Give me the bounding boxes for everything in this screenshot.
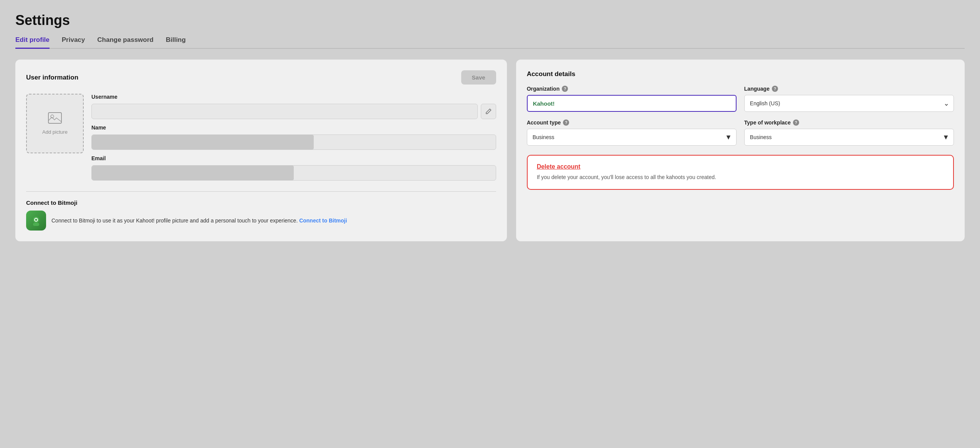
- acct-type-label-text: Account type: [527, 119, 561, 126]
- connect-bitmoji-section: Connect to Bitmoji Connect to Bitmoji to…: [26, 191, 496, 231]
- tabs-bar: Edit profile Privacy Change password Bil…: [15, 36, 965, 49]
- image-icon: [48, 112, 62, 127]
- delete-account-section: Delete account If you delete your accoun…: [527, 155, 954, 190]
- name-input-container: [91, 134, 496, 150]
- language-select-wrapper: English (US) ⌄: [744, 95, 954, 112]
- user-fields: Username Name Email: [91, 94, 496, 181]
- bitmoji-logo: [26, 211, 46, 231]
- bitmoji-logo-icon: [30, 214, 42, 227]
- card-header: User information Save: [26, 70, 496, 85]
- save-button[interactable]: Save: [461, 70, 496, 85]
- tab-billing[interactable]: Billing: [166, 36, 186, 49]
- lang-label-text: Language: [744, 86, 770, 92]
- username-row: [91, 104, 496, 119]
- account-type-help-icon[interactable]: ?: [563, 119, 569, 126]
- svg-point-4: [35, 219, 37, 221]
- bitmoji-title: Connect to Bitmoji: [26, 199, 496, 206]
- organization-help-icon[interactable]: ?: [562, 86, 568, 92]
- language-field: Language ? English (US) ⌄: [744, 86, 954, 112]
- workplace-field: Type of workplace ? Business ▼: [744, 119, 954, 146]
- username-label: Username: [91, 94, 496, 100]
- account-details-grid: Organization ? Language ? English (US) ⌄: [527, 86, 954, 146]
- svg-rect-0: [48, 113, 61, 123]
- account-type-field: Account type ? Business ▼: [527, 119, 737, 146]
- page-title: Settings: [15, 12, 965, 28]
- account-details-title: Account details: [527, 70, 954, 78]
- pencil-icon: [485, 108, 492, 114]
- avatar-upload[interactable]: Add picture: [26, 94, 84, 153]
- organization-label: Organization ?: [527, 86, 737, 92]
- tab-change-password[interactable]: Change password: [97, 36, 153, 49]
- add-picture-label: Add picture: [42, 129, 68, 135]
- workplace-label: Type of workplace ?: [744, 119, 954, 126]
- email-input-container: [91, 165, 496, 181]
- org-label-text: Organization: [527, 86, 560, 92]
- username-edit-button[interactable]: [481, 104, 496, 119]
- bitmoji-desc-text: Connect to Bitmoji to use it as your Kah…: [51, 217, 298, 224]
- language-select[interactable]: English (US): [744, 95, 954, 112]
- delete-account-link[interactable]: Delete account: [537, 163, 944, 170]
- account-type-select[interactable]: Business: [527, 129, 737, 146]
- account-details-card: Account details Organization ? Language …: [516, 60, 965, 241]
- tab-privacy[interactable]: Privacy: [62, 36, 85, 49]
- email-label: Email: [91, 155, 496, 161]
- name-label: Name: [91, 124, 496, 131]
- user-info-body: Add picture Username Name Emai: [26, 94, 496, 181]
- organization-input[interactable]: [527, 95, 737, 112]
- content-area: User information Save Add picture Userna…: [15, 60, 965, 241]
- username-input[interactable]: [91, 104, 478, 119]
- workplace-label-text: Type of workplace: [744, 119, 791, 126]
- connect-bitmoji-link[interactable]: Connect to Bitmoji: [299, 217, 347, 224]
- account-type-label: Account type ?: [527, 119, 737, 126]
- workplace-help-icon[interactable]: ?: [793, 119, 799, 126]
- tab-edit-profile[interactable]: Edit profile: [15, 36, 50, 49]
- user-information-card: User information Save Add picture Userna…: [15, 60, 507, 241]
- account-type-select-wrapper: Business ▼: [527, 129, 737, 146]
- name-input[interactable]: [92, 135, 496, 149]
- delete-account-description: If you delete your account, you'll lose …: [537, 173, 944, 181]
- language-help-icon[interactable]: ?: [772, 86, 778, 92]
- language-label: Language ?: [744, 86, 954, 92]
- organization-field: Organization ?: [527, 86, 737, 112]
- user-info-title: User information: [26, 74, 78, 81]
- svg-rect-5: [33, 223, 39, 226]
- workplace-select-wrapper: Business ▼: [744, 129, 954, 146]
- workplace-select[interactable]: Business: [744, 129, 954, 146]
- bitmoji-row: Connect to Bitmoji to use it as your Kah…: [26, 211, 496, 231]
- bitmoji-description: Connect to Bitmoji to use it as your Kah…: [51, 217, 347, 225]
- email-input[interactable]: [92, 166, 496, 180]
